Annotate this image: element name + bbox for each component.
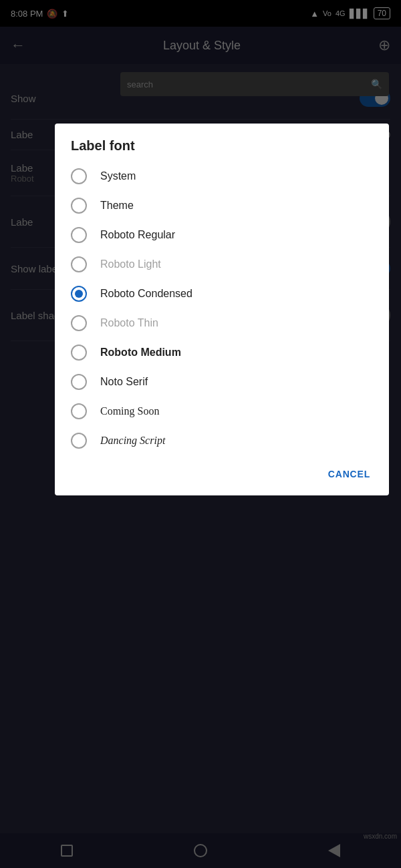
font-option-label-roboto-medium: Roboto Medium bbox=[100, 347, 181, 359]
radio-outer-roboto-condensed bbox=[71, 286, 87, 302]
font-option-label-coming-soon: Coming Soon bbox=[100, 405, 159, 417]
font-option-label-roboto-regular: Roboto Regular bbox=[100, 229, 175, 241]
label-font-dialog: Label font SystemThemeRoboto RegularRobo… bbox=[55, 124, 389, 495]
cancel-button[interactable]: CANCEL bbox=[320, 463, 378, 485]
font-option-roboto-light[interactable]: Roboto Light bbox=[55, 250, 389, 279]
dialog-actions: CANCEL bbox=[55, 455, 389, 490]
font-option-label-dancing-script: Dancing Script bbox=[100, 435, 165, 447]
radio-outer-roboto-light bbox=[71, 256, 87, 272]
font-option-label-system: System bbox=[100, 170, 136, 182]
radio-outer-coming-soon bbox=[71, 403, 87, 419]
font-option-label-roboto-thin: Roboto Thin bbox=[100, 317, 158, 329]
font-option-roboto-medium[interactable]: Roboto Medium bbox=[55, 338, 389, 367]
font-option-label-roboto-condensed: Roboto Condensed bbox=[100, 288, 192, 300]
font-option-dancing-script[interactable]: Dancing Script bbox=[55, 426, 389, 455]
radio-outer-theme bbox=[71, 198, 87, 214]
radio-outer-noto-serif bbox=[71, 374, 87, 390]
font-options-list: SystemThemeRoboto RegularRoboto LightRob… bbox=[55, 162, 389, 455]
font-option-roboto-condensed[interactable]: Roboto Condensed bbox=[55, 279, 389, 308]
radio-outer-system bbox=[71, 168, 87, 184]
font-option-label-noto-serif: Noto Serif bbox=[100, 376, 148, 388]
font-option-label-theme: Theme bbox=[100, 200, 134, 212]
radio-inner-roboto-condensed bbox=[75, 290, 83, 298]
font-option-roboto-regular[interactable]: Roboto Regular bbox=[55, 220, 389, 250]
radio-outer-roboto-medium bbox=[71, 345, 87, 361]
dialog-title: Label font bbox=[55, 124, 389, 162]
font-option-coming-soon[interactable]: Coming Soon bbox=[55, 397, 389, 426]
font-option-theme[interactable]: Theme bbox=[55, 191, 389, 220]
radio-outer-dancing-script bbox=[71, 433, 87, 449]
font-option-system[interactable]: System bbox=[55, 162, 389, 191]
font-option-noto-serif[interactable]: Noto Serif bbox=[55, 367, 389, 397]
radio-outer-roboto-thin bbox=[71, 315, 87, 331]
font-option-label-roboto-light: Roboto Light bbox=[100, 258, 161, 270]
font-option-roboto-thin[interactable]: Roboto Thin bbox=[55, 308, 389, 338]
radio-outer-roboto-regular bbox=[71, 227, 87, 243]
